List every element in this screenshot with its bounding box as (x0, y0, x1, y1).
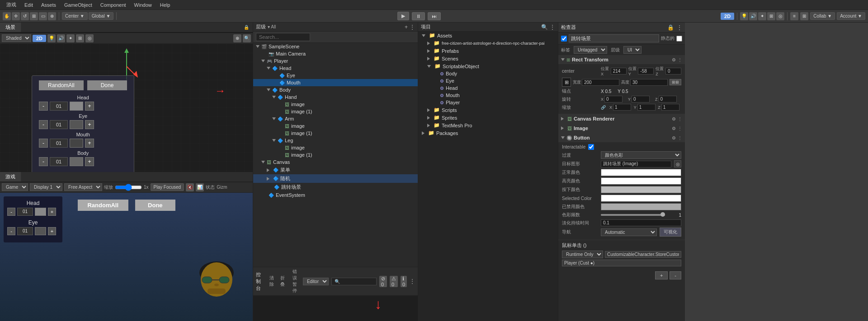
image-header[interactable]: 🖼 Image ⚙ ⋮ (558, 124, 685, 133)
hier-item-head[interactable]: 🔷 Head (253, 65, 418, 72)
project-search-btn[interactable]: 🔍 (541, 24, 548, 30)
pos-y-input[interactable] (638, 68, 654, 74)
scene-light-icon[interactable]: 💡 (47, 34, 56, 42)
fade-duration-input[interactable] (601, 219, 681, 226)
move-tool[interactable]: ✛ (12, 12, 20, 20)
shading-select[interactable]: Shaded (2, 34, 31, 42)
console-editor-select[interactable]: Editor (303, 278, 329, 285)
asset-item-scenes[interactable]: 📁 Scenes (418, 55, 558, 62)
remove-event-btn[interactable]: - (670, 271, 681, 279)
collab-btn[interactable]: Collab ▼ (810, 12, 835, 20)
onclick-func-input[interactable] (605, 251, 681, 258)
menu-game[interactable]: 游戏 (3, 0, 20, 9)
visualize-btn[interactable]: 可视化 (660, 228, 681, 237)
hierarchy-tab-label[interactable]: 层级 (256, 23, 266, 30)
scene-eye-color[interactable] (70, 120, 83, 129)
play-button[interactable]: ▶ (397, 12, 409, 20)
error-pause-btn[interactable]: 错误暂停 (289, 268, 300, 294)
hierarchy-all-label[interactable]: ▾ All (268, 24, 276, 29)
hier-item-hand-img1[interactable]: 🖼 image (253, 101, 418, 108)
grid-icon[interactable]: ⊞ (767, 12, 775, 20)
display-select[interactable]: Display 1 (30, 183, 62, 191)
button-more[interactable]: ⋮ (678, 135, 682, 140)
hier-item-menu[interactable]: 🔷 菜单 (253, 166, 418, 174)
menu-gameobject[interactable]: GameObject (61, 1, 96, 9)
asset-item-so-body[interactable]: ⚙ Body (418, 70, 558, 77)
canvas-renderer-header[interactable]: 🖼 Canvas Renderer ⚙ ⋮ (558, 114, 685, 123)
canvas-renderer-settings[interactable]: ⚙ (672, 116, 676, 121)
stats-icon[interactable]: 📊 (196, 183, 204, 191)
hier-item-maincamera[interactable]: 📷 Main Camera (253, 50, 418, 57)
console-tab-label[interactable]: 控制台 (256, 271, 262, 292)
button-settings[interactable]: ⚙ (672, 135, 676, 140)
transform-tool[interactable]: ⊕ (48, 12, 56, 20)
target-graphic-input[interactable] (601, 161, 671, 167)
menu-help[interactable]: Help (156, 1, 174, 9)
hier-item-player[interactable]: 🎮 Player (253, 57, 418, 65)
scene-random-btn[interactable]: RandomAll (39, 80, 84, 90)
asset-item-sprites[interactable]: 📁 Sprites (418, 114, 558, 121)
wh-expand-btn[interactable]: ⊞⊞ (670, 79, 681, 85)
rect-transform-settings[interactable]: ⚙ (672, 57, 676, 62)
hier-item-random[interactable]: 🔷 随机 ← (253, 174, 418, 183)
hier-item-arm-img2[interactable]: 🖼 image (1) (253, 130, 418, 137)
menu-component[interactable]: Component (97, 1, 130, 9)
game-head-plus[interactable]: + (48, 208, 56, 216)
game-tab[interactable]: 游戏 (0, 172, 21, 181)
scale-z-input[interactable] (661, 104, 679, 111)
hier-item-arm[interactable]: 🔷 Arm (253, 115, 418, 122)
button-header[interactable]: 🔘 Button ⚙ ⋮ (558, 133, 685, 142)
global-btn[interactable]: Global ▼ (89, 12, 114, 20)
canvas-renderer-more[interactable]: ⋮ (678, 116, 682, 121)
asset-item-assets[interactable]: 📁 Assets (418, 32, 558, 39)
height-input[interactable] (630, 79, 668, 86)
asset-item-fca[interactable]: 📁 free-citizen-artist-astrologer-4-direc… (418, 39, 558, 47)
rect-tool[interactable]: ▭ (39, 12, 47, 20)
asset-item-so-eye[interactable]: ⚙ Eye (418, 77, 558, 84)
scene-body-plus[interactable]: + (85, 157, 94, 166)
hierarchy-add-btn[interactable]: + (405, 24, 408, 30)
rot-y-input[interactable] (632, 96, 650, 102)
play-focused-btn[interactable]: Play Focused (151, 183, 184, 191)
hier-item-samplescene[interactable]: 🎬 SampleScene (253, 43, 418, 50)
hier-item-leg-img1[interactable]: 🖼 image (253, 144, 418, 151)
hier-item-leg[interactable]: 🔷 Leg (253, 137, 418, 144)
object-name-input[interactable] (569, 34, 659, 42)
step-button[interactable]: ⏭ (428, 12, 441, 20)
rect-transform-more[interactable]: ⋮ (678, 57, 682, 62)
color-mult-thumb[interactable] (660, 212, 665, 217)
width-input[interactable] (582, 79, 619, 86)
scale-tool[interactable]: ⊞ (30, 12, 38, 20)
scene-mouth-color[interactable] (70, 139, 83, 148)
game-head-minus[interactable]: - (7, 208, 15, 216)
scene-head-plus[interactable]: + (85, 102, 94, 111)
console-search-input[interactable] (331, 278, 377, 285)
asset-item-textmesh[interactable]: 📁 TextMesh Pro (418, 121, 558, 129)
asset-item-packages[interactable]: 📁 Packages (418, 129, 558, 137)
image-more[interactable]: ⋮ (678, 126, 682, 131)
hierarchy-menu-btn[interactable]: ⋮ (410, 24, 415, 30)
mute-icon[interactable]: 🔇 (186, 183, 194, 191)
scene-search-icon[interactable]: 🔍 (243, 34, 251, 42)
color-mult-track[interactable] (601, 214, 665, 216)
onclick-player-input[interactable] (562, 260, 681, 266)
hand-tool[interactable]: ✋ (3, 12, 11, 20)
scene-tab[interactable]: 场景 (0, 23, 21, 32)
anchor-icon[interactable]: ⊞ (562, 78, 571, 87)
tag-select[interactable]: Untagged (574, 46, 607, 54)
asset-item-scriptable[interactable]: 📁 ScriptableObject (418, 62, 558, 70)
pos-x-input[interactable] (611, 68, 627, 74)
rot-x-input[interactable] (604, 96, 623, 102)
inspector-menu-btn[interactable]: ⋮ (677, 24, 682, 31)
asset-item-prefabs[interactable]: 📁 Prefabs (418, 47, 558, 55)
layout-icon[interactable]: ⊞ (800, 12, 808, 20)
highlighted-color-box[interactable] (601, 177, 681, 185)
game-eye-plus[interactable]: + (48, 227, 56, 235)
asset-item-so-mouth[interactable]: ⚙ Mouth (418, 92, 558, 99)
aspect-select[interactable]: Free Aspect (64, 183, 102, 191)
scale-x-input[interactable] (613, 104, 631, 111)
asset-item-so-player[interactable]: ⚙ Player (418, 99, 558, 106)
scene-done-btn[interactable]: Done (87, 80, 127, 90)
rect-transform-header[interactable]: ⊞ Rect Transform ⚙ ⋮ (558, 55, 685, 64)
scene-grid-icon[interactable]: ⊞ (76, 34, 84, 42)
